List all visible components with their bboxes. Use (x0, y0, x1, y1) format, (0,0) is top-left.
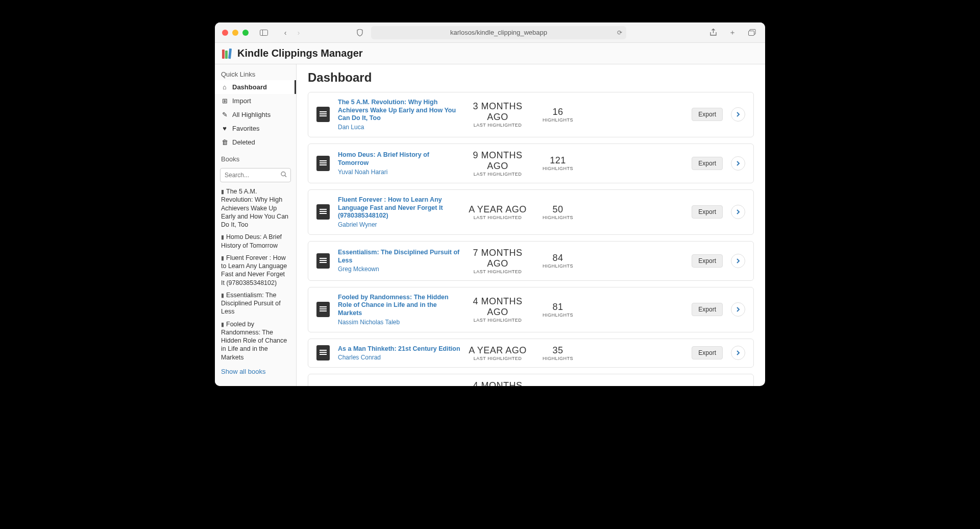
sidebar-toggle-icon[interactable] (258, 27, 270, 39)
last-highlighted-stat: A YEAR AGOLAST HIGHLIGHTED (464, 345, 531, 361)
open-book-button[interactable] (731, 107, 745, 122)
book-card: Fluent Forever : How to Learn Any Langua… (308, 189, 754, 235)
book-author-link[interactable]: Charles Conrad (338, 354, 460, 361)
sidebar-item-all-highlights[interactable]: ✎All Highlights (215, 108, 296, 122)
highlights-count: 84 (535, 253, 581, 263)
highlights-count: 81 (535, 302, 581, 312)
last-highlighted-value: A YEAR AGO (464, 345, 531, 356)
export-button[interactable]: Export (692, 303, 723, 316)
book-card: Essentialism: The Disciplined Pursuit of… (308, 241, 754, 281)
forward-button[interactable]: › (292, 27, 305, 39)
sidebar-book-link[interactable]: ▮Fooled by Randomness: The Hidden Role o… (215, 318, 296, 364)
open-book-button[interactable] (731, 156, 745, 171)
book-icon: ▮ (221, 321, 224, 327)
svg-rect-0 (260, 30, 268, 35)
svg-point-3 (281, 172, 285, 176)
sidebar-book-link[interactable]: ▮Essentialism: The Disciplined Pursuit o… (215, 289, 296, 318)
book-author-link[interactable]: Gabriel Wyner (338, 221, 460, 228)
last-highlighted-value: 7 MONTHS AGO (464, 248, 531, 269)
book-card: As a Man Thinketh: 21st Century EditionC… (308, 339, 754, 368)
book-author-link[interactable]: Yuval Noah Harari (338, 169, 460, 176)
close-icon[interactable] (222, 30, 228, 36)
sidebar-book-link[interactable]: ▮Fluent Forever : How to Learn Any Langu… (215, 252, 296, 289)
book-title-link[interactable]: Fooled by Randomness: The Hidden Role of… (338, 294, 460, 318)
highlights-label: HIGHLIGHTS (535, 166, 581, 171)
maximize-icon[interactable] (242, 30, 249, 36)
book-author-link[interactable]: Greg Mckeown (338, 266, 460, 273)
book-title-link[interactable]: Essentialism: The Disciplined Pursuit of… (338, 249, 460, 264)
highlights-stat: 84HIGHLIGHTS (535, 253, 581, 269)
share-icon[interactable] (707, 27, 719, 39)
app-header: Kindle Clippings Manager (215, 43, 765, 64)
book-icon (316, 345, 330, 360)
reload-icon[interactable]: ⟳ (617, 29, 622, 36)
search-icon[interactable] (281, 172, 287, 179)
open-book-button[interactable] (731, 205, 745, 219)
highlights-count: 121 (535, 155, 581, 166)
book-title-link[interactable]: The 5 A.M. Revolution: Why High Achiever… (338, 99, 460, 123)
export-button[interactable]: Export (692, 205, 723, 219)
book-card: The Great DepressionBenjamin Roth4 MONTH… (308, 374, 754, 386)
last-highlighted-value: 3 MONTHS AGO (464, 101, 531, 123)
last-highlighted-stat: 9 MONTHS AGOLAST HIGHLIGHTED (464, 150, 531, 177)
book-icon (316, 107, 330, 122)
book-icon (316, 156, 330, 171)
show-all-books-link[interactable]: Show all books (215, 364, 296, 379)
tabs-icon[interactable] (746, 27, 758, 39)
highlights-label: HIGHLIGHTS (535, 117, 581, 123)
last-highlighted-value: 4 MONTHS AGO (464, 380, 531, 386)
export-button[interactable]: Export (692, 157, 723, 170)
sidebar-item-dashboard[interactable]: ⌂Dashboard (215, 80, 296, 94)
sidebar-book-link[interactable]: ▮The 5 A.M. Revolution: Why High Achieve… (215, 185, 296, 231)
sidebar-item-favorites[interactable]: ♥Favorites (215, 122, 296, 135)
open-book-button[interactable] (731, 346, 745, 360)
quick-links-heading: Quick Links (215, 68, 296, 80)
highlights-label: HIGHLIGHTS (535, 215, 581, 220)
highlights-stat: 81HIGHLIGHTS (535, 302, 581, 318)
sidebar-item-import[interactable]: ⊞Import (215, 94, 296, 108)
url-text: karlosos/kindle_clipping_webapp (450, 29, 547, 36)
new-tab-icon[interactable]: ＋ (726, 27, 739, 39)
book-icon: ▮ (221, 188, 224, 195)
book-author-link[interactable]: Nassim Nicholas Taleb (338, 319, 460, 326)
book-meta: Fooled by Randomness: The Hidden Role of… (338, 294, 460, 326)
book-title-link[interactable]: The Great Depression (338, 386, 460, 386)
chevron-right-icon (736, 209, 740, 214)
address-bar[interactable]: karlosos/kindle_clipping_webapp ⟳ (371, 26, 626, 39)
last-highlighted-stat: 4 MONTHS AGOLAST HIGHLIGHTED (464, 380, 531, 386)
book-title-link[interactable]: Homo Deus: A Brief History of Tomorrow (338, 151, 460, 167)
book-title-link[interactable]: Fluent Forever : How to Learn Any Langua… (338, 196, 460, 220)
highlights-stat: 121HIGHLIGHTS (535, 155, 581, 171)
book-icon: ▮ (221, 292, 224, 298)
back-button[interactable]: ‹ (279, 27, 291, 39)
book-title-link[interactable]: As a Man Thinketh: 21st Century Edition (338, 345, 460, 353)
sidebar-book-title: Essentialism: The Disciplined Pursuit of… (221, 292, 281, 316)
books-heading: Books (215, 153, 296, 165)
export-button[interactable]: Export (692, 346, 723, 359)
sidebar-book-link[interactable]: ▮Homo Deus: A Brief History of Tomorrow (215, 231, 296, 252)
page-title: Dashboard (308, 70, 754, 85)
browser-chrome: ‹ › karlosos/kindle_clipping_webapp ⟳ ＋ (215, 22, 765, 43)
chevron-right-icon (736, 307, 740, 312)
plus-square-icon: ⊞ (221, 97, 228, 105)
shield-icon[interactable] (354, 27, 366, 39)
sidebar-item-deleted[interactable]: 🗑Deleted (215, 135, 296, 149)
minimize-icon[interactable] (232, 30, 238, 36)
last-highlighted-stat: A YEAR AGOLAST HIGHLIGHTED (464, 204, 531, 220)
book-author-link[interactable]: Dan Luca (338, 124, 460, 131)
book-meta: As a Man Thinketh: 21st Century EditionC… (338, 345, 460, 362)
export-button[interactable]: Export (692, 108, 723, 121)
sidebar-item-label: Deleted (232, 138, 255, 146)
chevron-right-icon (736, 112, 740, 117)
highlights-count: 50 (535, 204, 581, 215)
book-meta: The 5 A.M. Revolution: Why High Achiever… (338, 99, 460, 131)
trash-icon: 🗑 (221, 138, 228, 146)
chevron-right-icon (736, 161, 740, 166)
export-button[interactable]: Export (692, 254, 723, 268)
open-book-button[interactable] (731, 254, 745, 268)
chevron-right-icon (736, 350, 740, 355)
last-highlighted-label: LAST HIGHLIGHTED (464, 172, 531, 177)
highlights-label: HIGHLIGHTS (535, 263, 581, 269)
open-book-button[interactable] (731, 302, 745, 317)
sidebar-book-title: Fooled by Randomness: The Hidden Role of… (221, 321, 287, 361)
